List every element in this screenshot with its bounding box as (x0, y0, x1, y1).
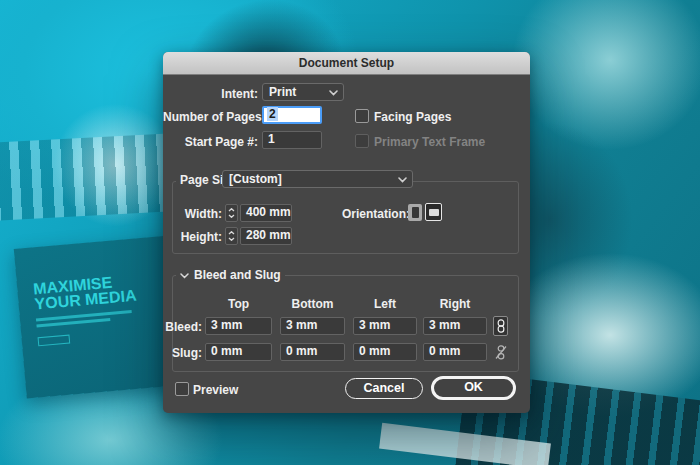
height-label: Height: (172, 228, 222, 246)
intent-value: Print (269, 85, 296, 99)
slug-left-field[interactable]: 0 mm (353, 343, 417, 361)
bleed-slug-disclosure[interactable]: Bleed and Slug (176, 268, 285, 283)
bleed-top-value: 3 mm (211, 318, 242, 332)
column-header-top: Top (205, 297, 272, 311)
chevron-up-icon (228, 208, 235, 212)
slug-left-value: 0 mm (359, 344, 390, 358)
facing-pages-checkbox[interactable] (355, 109, 369, 123)
number-of-pages-field[interactable]: 2 (262, 106, 322, 124)
bleed-left-field[interactable]: 3 mm (353, 317, 417, 335)
poster-button-shape (38, 335, 71, 347)
orientation-portrait-button[interactable] (408, 204, 422, 221)
bleed-top-field[interactable]: 3 mm (205, 317, 272, 335)
start-page-value: 1 (268, 132, 275, 146)
screen: MAXIMISE YOUR MEDIA Document Setup Inten… (0, 0, 700, 465)
preview-checkbox[interactable] (175, 382, 189, 396)
slug-bottom-field[interactable]: 0 mm (280, 343, 345, 361)
portrait-page-icon (412, 207, 419, 218)
height-stepper[interactable] (225, 227, 238, 245)
bleed-left-value: 3 mm (359, 318, 390, 332)
slug-right-value: 0 mm (429, 344, 460, 358)
chevron-down-icon (228, 237, 235, 241)
chevron-down-icon (228, 214, 235, 218)
cancel-button[interactable]: Cancel (345, 378, 423, 399)
column-header-left: Left (353, 297, 417, 311)
chevron-down-icon (329, 90, 338, 96)
page-size-value: [Custom] (229, 172, 282, 186)
chain-link-icon (497, 319, 505, 333)
width-stepper[interactable] (225, 204, 238, 222)
preview-label: Preview (193, 381, 238, 399)
width-label: Width: (172, 205, 222, 223)
height-value: 280 mm (246, 228, 291, 242)
intent-label: Intent: (163, 85, 258, 103)
primary-text-frame-checkbox (355, 134, 369, 148)
slug-bottom-value: 0 mm (286, 344, 317, 358)
orientation-label: Orientation: (342, 205, 410, 223)
bleed-bottom-field[interactable]: 3 mm (280, 317, 345, 335)
orientation-landscape-button[interactable] (425, 203, 442, 221)
slug-label: Slug: (163, 344, 202, 362)
chevron-down-icon (398, 177, 407, 183)
number-of-pages-label: Number of Pages: (163, 108, 258, 126)
start-page-label: Start Page #: (163, 133, 258, 151)
chevron-up-icon (228, 231, 235, 235)
start-page-field[interactable]: 1 (262, 131, 322, 149)
poster-headline: MAXIMISE YOUR MEDIA (33, 269, 175, 311)
background-shape (0, 133, 177, 221)
height-field[interactable]: 280 mm (240, 227, 292, 245)
column-header-right: Right (423, 297, 487, 311)
bleed-slug-title: Bleed and Slug (194, 268, 281, 283)
ok-button[interactable]: OK (431, 376, 516, 400)
slug-top-field[interactable]: 0 mm (205, 343, 272, 361)
bleed-right-value: 3 mm (429, 318, 460, 332)
column-header-bottom: Bottom (280, 297, 345, 311)
document-setup-dialog: Document Setup Intent: Print Number of P… (163, 52, 530, 413)
width-field[interactable]: 400 mm (240, 204, 292, 222)
number-of-pages-value: 2 (267, 107, 278, 121)
chevron-down-icon (180, 273, 189, 279)
intent-select[interactable]: Print (262, 83, 344, 101)
dialog-title[interactable]: Document Setup (163, 52, 530, 75)
landscape-page-icon (429, 209, 439, 216)
width-value: 400 mm (246, 205, 291, 219)
bleed-bottom-value: 3 mm (286, 318, 317, 332)
slug-link-toggle[interactable] (493, 342, 508, 362)
facing-pages-label: Facing Pages (374, 108, 451, 126)
primary-text-frame-label: Primary Text Frame (374, 133, 485, 151)
page-size-select[interactable]: [Custom] (222, 170, 413, 188)
bleed-link-toggle[interactable] (493, 316, 508, 336)
slug-top-value: 0 mm (211, 344, 242, 358)
broken-chain-icon (495, 345, 507, 360)
bleed-label: Bleed: (163, 318, 202, 336)
bleed-right-field[interactable]: 3 mm (423, 317, 487, 335)
background-monitor: MAXIMISE YOUR MEDIA (14, 235, 182, 398)
slug-right-field[interactable]: 0 mm (423, 343, 487, 361)
